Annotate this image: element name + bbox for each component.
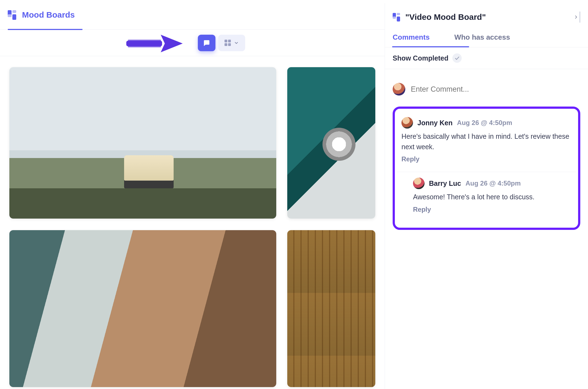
current-user-avatar xyxy=(393,83,405,96)
comment-timestamp: Aug 26 @ 4:50pm xyxy=(466,179,521,187)
annotation-highlight-box: Jonny Ken Aug 26 @ 4:50pm Here's basical… xyxy=(393,107,580,230)
comments-panel: "Video Mood Board" Comments Who has acce… xyxy=(385,3,588,389)
commenter-avatar xyxy=(413,178,425,189)
show-completed-row: Show Completed xyxy=(385,47,588,69)
reply-button[interactable]: Reply xyxy=(401,155,571,163)
tab-access[interactable]: Who has access xyxy=(454,29,510,47)
moodboard-icon xyxy=(393,13,401,21)
view-toolbar xyxy=(0,30,385,56)
mood-image[interactable] xyxy=(9,67,276,219)
comment-input[interactable] xyxy=(411,85,580,94)
moodboard-icon xyxy=(8,10,17,20)
show-completed-label: Show Completed xyxy=(393,54,448,62)
svg-rect-4 xyxy=(126,41,162,46)
comment-body: Awesome! There's a lot here to discuss. xyxy=(413,192,571,202)
svg-rect-5 xyxy=(128,40,161,41)
breadcrumb[interactable]: Mood Boards xyxy=(8,0,75,29)
gallery xyxy=(0,56,385,389)
main-area: "Video Mood Board" Comments Who has acce… xyxy=(0,30,588,389)
grid-icon xyxy=(225,40,231,46)
panel-tabs: Comments Who has access xyxy=(385,28,588,47)
tab-comments[interactable]: Comments xyxy=(393,29,430,47)
page-title: Mood Boards xyxy=(22,10,75,20)
grid-view-button[interactable] xyxy=(218,35,245,51)
commenter-name: Jonny Ken xyxy=(417,119,453,127)
commenter-avatar xyxy=(401,117,413,129)
comments-view-button[interactable] xyxy=(198,35,215,51)
mood-image[interactable] xyxy=(287,67,375,219)
chevron-down-icon xyxy=(234,40,239,45)
reply-button[interactable]: Reply xyxy=(413,206,571,213)
comment-timestamp: Aug 26 @ 4:50pm xyxy=(457,119,512,127)
annotation-arrow xyxy=(126,32,184,54)
collapse-panel-button[interactable] xyxy=(573,12,580,23)
mood-image[interactable] xyxy=(287,230,375,387)
svg-rect-6 xyxy=(128,46,161,47)
panel-header: "Video Mood Board" xyxy=(385,3,588,28)
mood-image[interactable] xyxy=(9,230,276,387)
show-completed-toggle[interactable] xyxy=(452,53,462,63)
comment-item: Jonny Ken Aug 26 @ 4:50pm Here's basical… xyxy=(397,111,576,169)
panel-title: "Video Mood Board" xyxy=(405,12,486,22)
comment-body: Here's basically what I have in mind. Le… xyxy=(401,131,571,152)
comment-composer xyxy=(393,76,580,107)
panel-body: Jonny Ken Aug 26 @ 4:50pm Here's basical… xyxy=(385,69,588,241)
comment-item: Barry Luc Aug 26 @ 4:50pm Awesome! There… xyxy=(397,172,576,219)
commenter-name: Barry Luc xyxy=(429,179,461,187)
